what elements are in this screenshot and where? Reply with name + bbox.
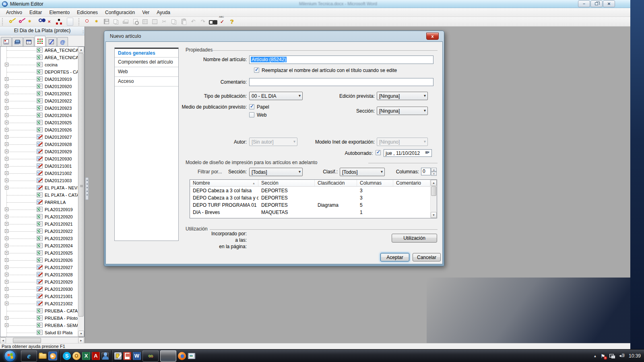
outlook-icon[interactable]: O — [72, 352, 80, 360]
view-element-icon[interactable] — [35, 17, 44, 26]
edition-combo[interactable]: [Ninguna] — [377, 92, 428, 100]
tab-grid-icon[interactable] — [35, 36, 45, 46]
tree-expander-icon[interactable] — [5, 251, 8, 255]
hidden-icons-arrow-icon[interactable]: ▲ — [593, 354, 597, 358]
minimize-button[interactable]: – — [578, 0, 590, 7]
comment-field[interactable] — [249, 78, 433, 86]
tree-expander-icon[interactable] — [5, 316, 8, 320]
tree-item[interactable]: PLA20120919 — [0, 206, 78, 213]
dialog-close-button[interactable]: x — [426, 33, 439, 40]
menu-item[interactable]: Editar — [26, 9, 45, 16]
column-header-clasificacion[interactable]: Clasificación — [315, 180, 357, 186]
menu-item[interactable]: Ayuda — [153, 9, 174, 16]
tree-scrollbar-thumb[interactable] — [78, 53, 84, 317]
photo-viewer-icon[interactable] — [188, 353, 196, 359]
article-name-field[interactable]: Artículo (85242) — [249, 56, 433, 64]
tree-item[interactable]: DIA20120924 — [0, 112, 78, 119]
volume-icon[interactable] — [619, 354, 625, 358]
tree-item[interactable]: PLA20120920 — [0, 213, 78, 220]
menu-item[interactable]: Archivo — [2, 9, 26, 16]
tree-item[interactable]: DIA20120926 — [0, 126, 78, 134]
picture-manager-icon[interactable] — [123, 352, 131, 360]
internet-explorer-icon[interactable]: e — [21, 350, 37, 362]
open-recent-icon[interactable] — [82, 17, 92, 26]
columns-value-field[interactable]: 0 — [421, 168, 431, 175]
table-row[interactable]: DEPO Cabeza a 3 col falsa DEPORTES 3 — [190, 187, 437, 194]
column-header-comentario[interactable]: Comentario — [393, 180, 430, 186]
tree-expander-icon[interactable] — [5, 229, 8, 233]
acrobat-icon[interactable]: A — [92, 352, 100, 360]
tree-expander-icon[interactable] — [5, 171, 8, 175]
dialog-titlebar[interactable]: Nuevo artículo — [104, 31, 444, 41]
menu-item[interactable]: Configuración — [101, 9, 138, 16]
tree-expander-icon[interactable] — [5, 323, 8, 327]
menu-item[interactable]: Ver — [138, 9, 153, 16]
tab-stack-icon[interactable] — [12, 37, 23, 46]
tree-item[interactable]: Salud El Plata — [0, 329, 78, 336]
tree-expander-icon[interactable] — [5, 222, 8, 226]
scroll-up-icon[interactable]: ▲ — [431, 180, 437, 186]
print-icon[interactable] — [121, 17, 130, 26]
panel-header[interactable]: El Dia de La Plata (protec) ⁞ — [0, 27, 85, 35]
tree-expander-icon[interactable] — [5, 92, 8, 95]
structure-icon[interactable] — [54, 17, 64, 26]
column-header-nombre[interactable]: Nombre — [190, 180, 258, 186]
column-header-seccion[interactable]: Sección — [258, 180, 315, 186]
delete-element-icon[interactable] — [44, 17, 54, 26]
tree-item[interactable]: PLA20120922 — [0, 228, 78, 235]
tree-expander-icon[interactable] — [5, 164, 8, 168]
tree-expander-icon[interactable] — [5, 208, 8, 211]
tree-item[interactable]: EL PLATA - NEVERA (N — [0, 184, 78, 191]
menu-item[interactable]: Ediciones — [73, 9, 101, 16]
tree-item[interactable]: PLA20120928 — [0, 271, 78, 278]
tree-expander-icon[interactable] — [5, 99, 8, 103]
excel-icon[interactable]: X — [82, 352, 90, 360]
help-icon[interactable]: ? — [227, 17, 237, 26]
spinner-up-icon[interactable]: ▲ — [431, 168, 437, 172]
tree-item[interactable]: PLA20121001 — [0, 293, 78, 300]
scroll-up-icon[interactable]: ▲ — [78, 47, 84, 53]
tab-table-icon[interactable] — [23, 37, 34, 46]
tree-item[interactable]: EL PLATA - CATALOGO — [0, 191, 78, 199]
tree-item[interactable]: PLA20120930 — [0, 286, 78, 293]
tree-item[interactable]: PRUEBA - Piloto — [0, 315, 78, 322]
close-button[interactable]: ✕ — [603, 0, 615, 7]
cancel-button[interactable]: Cancelar — [413, 253, 441, 261]
cut-icon[interactable]: ✂ — [159, 17, 169, 26]
usage-button[interactable]: Utilización — [392, 234, 437, 243]
columns-spinner[interactable]: ▲ ▼ — [431, 168, 437, 175]
tree-item[interactable]: PLA20120927 — [0, 264, 78, 271]
word-icon[interactable]: W — [133, 352, 141, 360]
tree-expander-icon[interactable] — [5, 273, 8, 276]
tree-expander-icon[interactable] — [5, 294, 8, 298]
paper-checkbox[interactable] — [249, 104, 254, 109]
tree-item[interactable]: AREA_TECNICA-EL-PLA — [0, 54, 78, 61]
new-element-icon[interactable] — [25, 17, 35, 26]
tree-expander-icon[interactable] — [5, 113, 8, 117]
table-scrollbar-thumb[interactable] — [431, 186, 436, 196]
clock[interactable]: 10:39 — [629, 353, 641, 359]
tree-item[interactable]: PLA20121002 — [0, 300, 78, 307]
section-combo[interactable]: [Ninguna] — [377, 107, 428, 115]
tree-expander-icon[interactable] — [5, 84, 8, 88]
tree-item[interactable]: AREA_TECNICA-DIA — [0, 47, 78, 54]
tree-expander-icon[interactable] — [5, 157, 8, 160]
skype-icon[interactable]: S — [63, 352, 71, 360]
toolbar-grip[interactable] — [78, 18, 80, 25]
tree-item[interactable]: PLA20120921 — [0, 220, 78, 228]
restore-button[interactable] — [590, 0, 603, 7]
tree-item[interactable]: PLA20120929 — [0, 278, 78, 286]
scroll-down-icon[interactable]: ▼ — [78, 331, 84, 337]
dialog-nav-item[interactable]: Datos generales — [115, 48, 178, 58]
tree-expander-icon[interactable] — [5, 287, 8, 291]
tree-expander-icon[interactable] — [5, 106, 8, 110]
tree-item[interactable]: cocina — [0, 61, 78, 68]
contacts-icon[interactable] — [101, 352, 109, 360]
tree-expander-icon[interactable] — [5, 258, 8, 262]
tree-expander-icon[interactable] — [5, 77, 8, 81]
tab-tools-icon[interactable] — [46, 37, 57, 46]
tree-expander-icon[interactable] — [5, 265, 8, 269]
tree-item[interactable]: PARRILLA — [0, 199, 78, 206]
tree-expander-icon[interactable] — [5, 142, 8, 146]
autodelete-date-field[interactable]: jue , 11/10/2012 — [384, 149, 432, 157]
